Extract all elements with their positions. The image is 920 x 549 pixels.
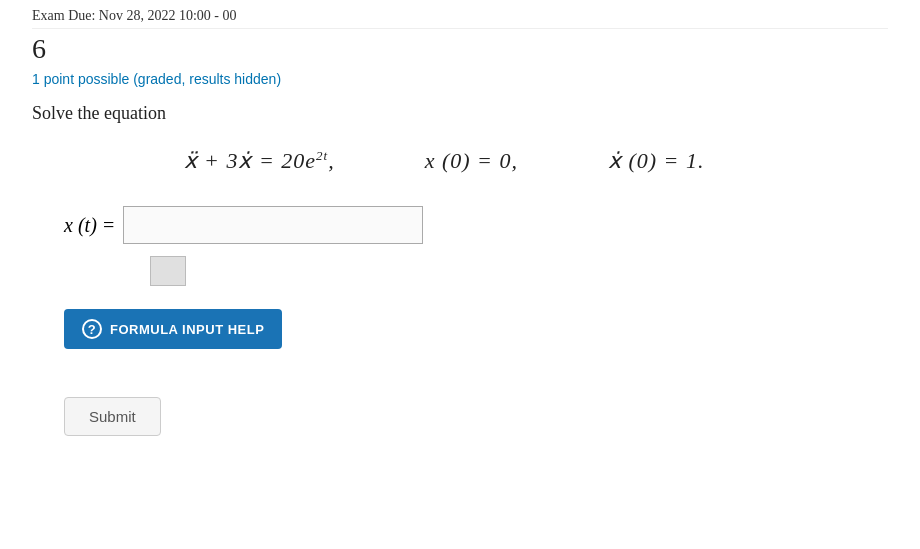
equation-part-3: ẋ (0) = 1. xyxy=(588,148,704,173)
equation-part-2: x (0) = 0, xyxy=(405,148,524,173)
formula-help-label: FORMULA INPUT HELP xyxy=(110,322,264,337)
equation-display: ẍ + 3ẋ = 20e2t, x (0) = 0, ẋ (0) = 1. xyxy=(184,148,737,174)
formula-help-button[interactable]: ? FORMULA INPUT HELP xyxy=(64,309,282,349)
help-icon: ? xyxy=(82,319,102,339)
small-button-row xyxy=(150,256,888,289)
solve-label: Solve the equation xyxy=(32,103,888,124)
answer-row: x (t) = xyxy=(64,206,888,244)
answer-label: x (t) = xyxy=(64,214,115,237)
exam-header: Exam Due: Nov 28, 2022 10:00 - 00 xyxy=(32,8,888,29)
equation-area: ẍ + 3ẋ = 20e2t, x (0) = 0, ẋ (0) = 1. xyxy=(32,148,888,174)
points-info: 1 point possible (graded, results hidden… xyxy=(32,71,888,87)
submit-section: Submit xyxy=(64,397,888,436)
exam-date: Exam Due: Nov 28, 2022 10:00 - 00 xyxy=(32,8,237,23)
page-container: Exam Due: Nov 28, 2022 10:00 - 00 6 1 po… xyxy=(0,0,920,549)
small-square-button[interactable] xyxy=(150,256,186,286)
formula-help-section: ? FORMULA INPUT HELP xyxy=(64,309,888,373)
equation-part-1: ẍ + 3ẋ = 20e2t, xyxy=(184,148,342,173)
question-number: 6 xyxy=(32,33,888,65)
answer-input[interactable] xyxy=(123,206,423,244)
submit-button[interactable]: Submit xyxy=(64,397,161,436)
submit-label: Submit xyxy=(89,408,136,425)
